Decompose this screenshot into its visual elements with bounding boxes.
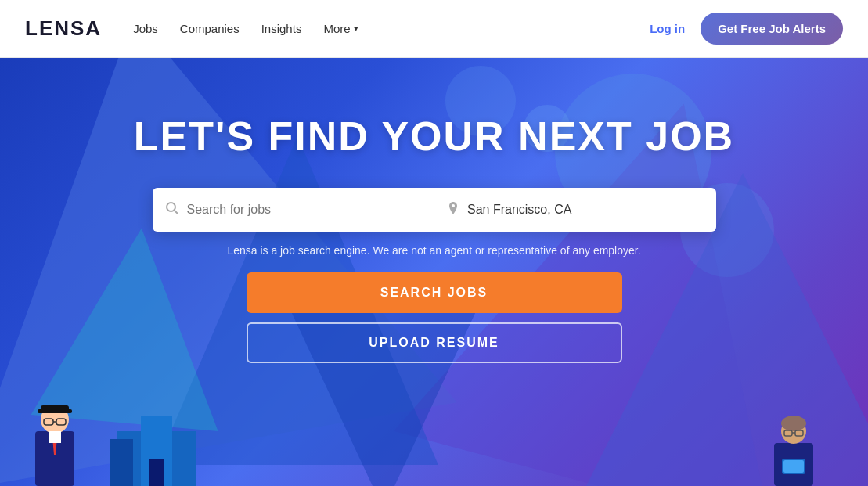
svg-point-23: [452, 204, 455, 207]
svg-rect-3: [38, 409, 72, 413]
location-input[interactable]: [467, 203, 704, 217]
search-icon: [165, 201, 179, 219]
location-pin-icon: [447, 201, 459, 218]
building-illustration: [110, 408, 203, 486]
get-alerts-button[interactable]: Get Free Job Alerts: [701, 13, 843, 45]
logo: LENSA: [25, 16, 102, 41]
navbar: LENSA Jobs Companies Insights More ▾ Log…: [0, 0, 868, 58]
person-right-illustration: [758, 400, 829, 486]
nav-link-companies[interactable]: Companies: [180, 22, 240, 35]
more-label: More: [323, 22, 350, 35]
nav-links: Jobs Companies Insights More ▾: [133, 22, 650, 35]
svg-rect-18: [110, 439, 133, 486]
search-jobs-input[interactable]: [187, 203, 422, 217]
disclaimer-text: Lensa is a job search engine. We are not…: [227, 244, 640, 257]
svg-rect-16: [783, 460, 804, 473]
nav-link-more[interactable]: More ▾: [323, 22, 358, 35]
svg-point-11: [781, 416, 806, 431]
svg-rect-8: [49, 431, 61, 443]
svg-rect-20: [149, 459, 164, 486]
nav-actions: Log in Get Free Job Alerts: [650, 13, 843, 45]
nav-link-insights[interactable]: Insights: [261, 22, 302, 35]
nav-link-jobs[interactable]: Jobs: [133, 22, 158, 35]
search-jobs-button[interactable]: SEARCH JOBS: [247, 272, 622, 313]
job-search-field: [153, 188, 435, 232]
search-bar: [153, 188, 716, 232]
person-left-illustration: [16, 384, 94, 486]
svg-line-22: [174, 210, 178, 214]
location-search-field: [434, 188, 716, 232]
hero-content: LET'S FIND YOUR NEXT JOB: [0, 113, 868, 363]
hero-section: LET'S FIND YOUR NEXT JOB: [0, 58, 868, 486]
login-button[interactable]: Log in: [650, 22, 685, 35]
hero-title: LET'S FIND YOUR NEXT JOB: [134, 113, 734, 160]
upload-resume-button[interactable]: UPLOAD RESUME: [247, 322, 622, 363]
chevron-down-icon: ▾: [354, 23, 358, 34]
